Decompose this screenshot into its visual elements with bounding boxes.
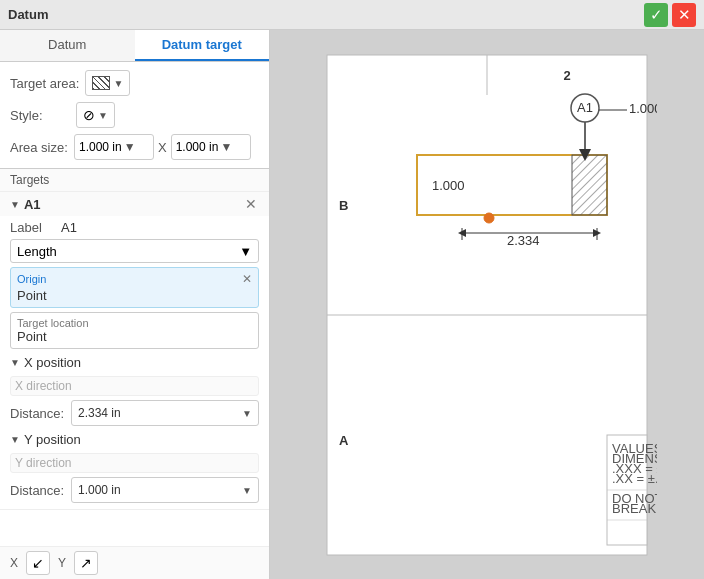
y-chevron-icon: ▼ [10,434,20,445]
x-distance-row: Distance: 2.334 in ▼ [10,400,259,426]
targets-header: Targets [0,169,269,192]
label-field-name: Label [10,220,55,235]
group-name: A1 [24,197,41,212]
style-icon: ⊘ [83,107,95,123]
target-group-title: ▼ A1 [10,197,41,212]
row-b-label: B [339,198,348,213]
tab-datum[interactable]: Datum [0,30,135,61]
y-distance-row: Distance: 1.000 in ▼ [10,477,259,503]
left-panel: Datum Datum target Target area: ▼ Style:… [0,30,270,579]
table-text-6: BREAK [612,501,656,516]
origin-box: Origin ✕ Point [10,267,259,308]
tab-bar: Datum Datum target [0,30,269,62]
xy-row: X ↙ Y ↗ [0,546,269,579]
label-row: Label A1 [10,220,259,235]
drawing-svg: 2 B A [317,45,657,565]
x-arrow-button[interactable]: ↙ [26,551,50,575]
area-size-2-value: 1.000 in [176,140,219,154]
group-chevron-icon: ▼ [10,199,20,210]
area-size-1-value: 1.000 in [79,140,122,154]
title-bar: Datum ✓ ✕ [0,0,704,30]
svg-point-9 [484,213,494,223]
window-title: Datum [8,7,48,22]
group-close-button[interactable]: ✕ [243,196,259,212]
right-panel: 2 B A [270,30,704,579]
length-label: Length [17,244,57,259]
y-distance-label: Distance: [10,483,65,498]
area-size-label: Area size: [10,140,70,155]
x-arrow-icon: ↙ [32,555,44,571]
form-area: Target area: ▼ Style: ⊘ ▼ Area size: 1.0… [0,62,269,168]
row-a-label: A [339,433,349,448]
area-size-1-caret: ▼ [124,140,136,154]
origin-close-button[interactable]: ✕ [242,272,252,286]
x-distance-caret-icon: ▼ [242,408,252,419]
length-row: Length ▼ [10,239,259,263]
x-position-header: ▼ X position [10,353,259,372]
target-area-label: Target area: [10,76,79,91]
circle-a1-label: A1 [577,100,593,115]
confirm-button[interactable]: ✓ [644,3,668,27]
x-separator: X [158,140,167,155]
y-distance-select[interactable]: 1.000 in ▼ [71,477,259,503]
length-select[interactable]: Length ▼ [10,239,259,263]
origin-value: Point [17,288,252,303]
origin-header: Origin ✕ [17,272,252,286]
close-button[interactable]: ✕ [672,3,696,27]
tab-datum-target[interactable]: Datum target [135,30,270,61]
target-location-label: Target location [17,317,252,329]
y-arrow-button[interactable]: ↗ [74,551,98,575]
target-area-caret: ▼ [113,78,123,89]
area-size-row: Area size: 1.000 in ▼ X 1.000 in ▼ [10,134,259,160]
target-area-row: Target area: ▼ [10,70,259,96]
target-group-header: ▼ A1 ✕ [0,192,269,216]
dim-bottom-label: 2.334 [507,233,540,248]
target-area-selector[interactable]: ▼ [85,70,130,96]
hatch-icon [92,76,110,90]
target-body: Label A1 Length ▼ Origin [0,216,269,509]
y-position-label: Y position [24,432,81,447]
target-group-a1: ▼ A1 ✕ Label A1 Length [0,192,269,510]
x-chevron-icon: ▼ [10,357,20,368]
table-text-4: .XX = ±. [612,471,657,486]
x-distance-label: Distance: [10,406,65,421]
y-position-header: ▼ Y position [10,430,259,449]
origin-section-label: Origin [17,273,46,285]
main-layout: Datum Datum target Target area: ▼ Style:… [0,30,704,579]
label-field-value: A1 [61,220,77,235]
length-caret-icon: ▼ [239,244,252,259]
y-direction-text: Y direction [10,453,259,473]
x-distance-select[interactable]: 2.334 in ▼ [71,400,259,426]
area-size-2-select[interactable]: 1.000 in ▼ [171,134,251,160]
style-row: Style: ⊘ ▼ [10,102,259,128]
x-position-label: X position [24,355,81,370]
target-location-value: Point [17,329,252,344]
y-arrow-icon: ↗ [80,555,92,571]
y-distance-caret-icon: ▼ [242,485,252,496]
targets-section: Targets ▼ A1 ✕ Label A1 [0,168,269,546]
svg-rect-0 [327,55,647,555]
svg-rect-5 [572,155,607,215]
x-distance-value: 2.334 in [78,406,121,420]
dim-left-label: 1.000 [432,178,465,193]
target-location-box: Target location Point [10,312,259,349]
style-label: Style: [10,108,70,123]
y-distance-value: 1.000 in [78,483,121,497]
x-label: X [10,556,18,570]
area-size-1-select[interactable]: 1.000 in ▼ [74,134,154,160]
style-caret: ▼ [98,110,108,121]
x-direction-text: X direction [10,376,259,396]
style-selector[interactable]: ⊘ ▼ [76,102,115,128]
column-label: 2 [563,68,570,83]
area-size-2-caret: ▼ [220,140,232,154]
dim-top-label: 1.000 X 1.000 [629,101,657,116]
y-label: Y [58,556,66,570]
